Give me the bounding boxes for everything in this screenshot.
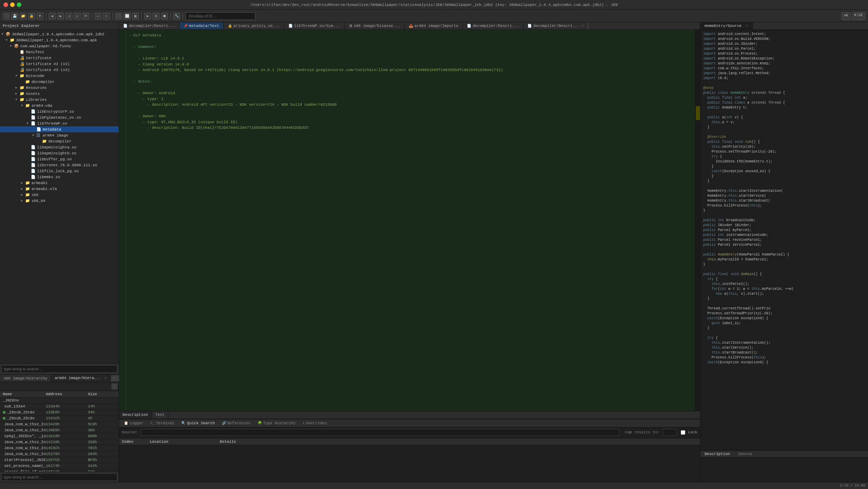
- toolbar-icon-16[interactable]: ▶: [144, 13, 151, 20]
- tree-item-libThreeWP[interactable]: ▼ 📄 libThreeWP.so: [0, 120, 119, 126]
- tree-item-libfile-lock[interactable]: 📄 libfile_lock_pg.so: [0, 168, 119, 174]
- cap-input[interactable]: 30: [663, 429, 677, 436]
- minimize-button[interactable]: [10, 2, 15, 7]
- bottom-tab-logger[interactable]: 📋 Logger: [120, 420, 147, 426]
- right-bottom-tab-description[interactable]: Description: [700, 451, 734, 457]
- table-row[interactable]: _JNIEnv: [0, 398, 119, 404]
- tree-item-cert2[interactable]: 🔏 Certificate #2 (v2): [0, 61, 119, 67]
- tree-item-libcronet[interactable]: 📄 libcronet.76.0.3809.111.so: [0, 162, 119, 168]
- bottom-tab-terminal[interactable]: >_ Terminal: [147, 420, 178, 426]
- tree-item-root[interactable]: ▼ 📦 360Wallpaper_1.0.4_apkcombo.com.apk.…: [0, 31, 119, 37]
- tree-item-cert[interactable]: 🔏 Certificate: [0, 55, 119, 61]
- toolbar-icon-5[interactable]: ●: [36, 13, 43, 20]
- tree-item-libmmkv[interactable]: 📄 libmmkv.so: [0, 174, 119, 180]
- tree-item-apk[interactable]: ▼ 📁 360Wallpaper_1.0.4_apkcombo.com.apk: [0, 37, 119, 43]
- bottom-tab-typehierarchy[interactable]: 🌳 Type Hierarchy: [254, 420, 299, 426]
- hierarchy-search-input[interactable]: [1, 473, 117, 481]
- tab-x86-hierarchy[interactable]: x86 image/Hierarchy: [0, 375, 51, 382]
- toolbar-btn-xk[interactable]: ✗K: [841, 12, 850, 20]
- tree-item-manifest[interactable]: 📋 Manifest: [0, 49, 119, 55]
- toolbar-icon-1[interactable]: ⬛: [3, 13, 10, 20]
- tree-item-resources[interactable]: ▶ 📁 Resources: [0, 85, 119, 91]
- scrollbar-thumb[interactable]: [696, 106, 700, 120]
- table-row[interactable]: _Z8sub_25c8v 133E8h 34h: [0, 410, 119, 415]
- editor-tab-privacy[interactable]: 🔒 privacy_policy_se...: [224, 22, 284, 29]
- tree-item-assets[interactable]: ▶ 📁 Assets: [0, 91, 119, 97]
- toolbar-icon-13[interactable]: ⬛: [115, 13, 122, 20]
- right-bottom-tab-source[interactable]: Source: [734, 451, 757, 457]
- toolbar-icon-11[interactable]: ✏: [94, 13, 102, 20]
- toolbar-icon-6[interactable]: ◀: [49, 13, 56, 20]
- tree-item-metadata[interactable]: 📄 metadata: [0, 126, 119, 132]
- source-input[interactable]: [141, 429, 619, 436]
- hierarchy-sort-btn[interactable]: ↕: [112, 384, 117, 389]
- editor-tab-decompiler2[interactable]: 📄 decompiler/Descri...: [463, 22, 523, 29]
- tree-item-package[interactable]: ▼ 📦 com.wallpaper.hd.funny: [0, 43, 119, 49]
- toolbar-icon-9[interactable]: ▷: [74, 13, 81, 20]
- editor-tab-libthreewp[interactable]: 📄 libThreeWP.so/Sym...: [284, 22, 345, 29]
- omnibox-input[interactable]: [186, 12, 255, 20]
- tree-item-cert3[interactable]: 🔏 Certificate #3 (v3): [0, 67, 119, 73]
- right-tab-close-icon[interactable]: ×: [746, 24, 748, 28]
- tree-item-decompiler2[interactable]: 📁 decompiler: [0, 138, 119, 144]
- maximize-button[interactable]: [17, 2, 21, 7]
- tree-item-x86[interactable]: ▶ 📁 x86: [0, 192, 119, 198]
- table-row[interactable]: Java_com_w_thsz_InsideUse_thD 14C6Ch 70C…: [0, 445, 119, 451]
- tree-item-decompiler1[interactable]: 📁 decompiler: [0, 79, 119, 85]
- editor-tab-decompiler1[interactable]: 📄 decompiler/Descri...: [119, 22, 180, 29]
- bottom-tab-quicksearch[interactable]: 🔍 Quick Search: [178, 420, 218, 426]
- toolbar-icon-12[interactable]: ✂: [103, 13, 110, 20]
- tree-item-libPgl[interactable]: 📄 libPglmetasec_ov.so: [0, 114, 119, 120]
- tree-item-armeabi-v7a[interactable]: ▶ 📁 armeabi-v7a: [0, 186, 119, 192]
- toolbar-icon-3[interactable]: 📁: [20, 13, 27, 20]
- table-row[interactable]: Java_com_w_thsz_InsideUse_thE 15378h 204…: [0, 451, 119, 457]
- bottom-tab-references[interactable]: 🔗 References: [218, 420, 254, 426]
- sidebar-search-input[interactable]: [1, 365, 117, 373]
- bottom-tab-overrides[interactable]: ⬆ Overrides: [299, 420, 330, 426]
- lock-checkbox[interactable]: [681, 430, 685, 435]
- toolbar-icon-18[interactable]: ⏹: [161, 13, 168, 20]
- tab-description[interactable]: Description: [119, 411, 152, 419]
- table-row[interactable]: startProcess(_JNIEnv*, char const*, char…: [0, 457, 119, 463]
- tree-item-x86-64[interactable]: ▶ 📁 x86_64: [0, 198, 119, 204]
- table-row[interactable]: Java_com_w_thsz_InsideUse_thC 14210h 288…: [0, 439, 119, 445]
- right-tab-homeentry[interactable]: HomeEntry/Source ×: [700, 22, 753, 29]
- toolbar-icon-7[interactable]: ▶: [57, 13, 64, 20]
- tree-item-libapm-a[interactable]: 📄 libapminsighta.so: [0, 144, 119, 150]
- tree-item-libbuffer[interactable]: 📄 libbuffer_pg.so: [0, 156, 119, 162]
- table-row[interactable]: sub_133A4 133A4h 14h: [0, 404, 119, 410]
- toolbar-icon-15[interactable]: ▦: [132, 13, 139, 20]
- tree-item-bytecode[interactable]: ▼ 📁 Bytecode: [0, 73, 119, 79]
- tree-item-armeabi[interactable]: ▶ 📁 armeabi: [0, 180, 119, 186]
- hierarchy-tab-close[interactable]: ×: [105, 376, 107, 380]
- toolbar-icon-4[interactable]: 🔒: [28, 13, 35, 20]
- tab-close-icon[interactable]: ×: [581, 24, 583, 28]
- table-row[interactable]: _Z8sub_25c9v 1341Ch 4h: [0, 415, 119, 421]
- table-row[interactable]: set_process_name(_JNIEnv*, _jstring*) 16…: [0, 463, 119, 469]
- toolbar-icon-19[interactable]: 🔧: [173, 13, 180, 20]
- table-row[interactable]: cpkg(_JNIEnv*, _jobject*) 13A10h 800h: [0, 433, 119, 439]
- tab-ctrl-layout[interactable]: □: [111, 376, 117, 381]
- toolbar-icon-2[interactable]: 💾: [11, 13, 18, 20]
- toolbar-icon-10[interactable]: ⟳: [82, 13, 89, 20]
- toolbar-icon-8[interactable]: ◁: [65, 13, 72, 20]
- editor-tab-arm64imports[interactable]: 📥 arm64 image/Imports: [405, 22, 463, 29]
- editor-tab-x86disasse[interactable]: 🖥 x86 image/Disasse...: [345, 22, 405, 29]
- scrollbar-track[interactable]: [695, 30, 700, 411]
- toolbar-btn-kui[interactable]: K:UI: [852, 12, 865, 20]
- table-row[interactable]: create_file_if_not_exist(char*) 165A8h D…: [0, 469, 119, 471]
- editor-tab-decompiler3[interactable]: 📄 decompiler/Descri... ×: [523, 22, 588, 29]
- close-button[interactable]: [4, 2, 8, 7]
- table-row[interactable]: Java_com_w_thsz_InsideUse_thA 139E0h 30h: [0, 427, 119, 433]
- toolbar-icon-17[interactable]: ⏸: [153, 13, 160, 20]
- tree-item-libraries[interactable]: ▼ 📁 Libraries: [0, 97, 119, 103]
- tree-item-arm64image[interactable]: ▼ 🖼 arm64 image: [0, 132, 119, 138]
- table-row[interactable]: Java_com_w_thsz_InsideUse_thB 13420h 5C0…: [0, 421, 119, 427]
- tree-item-libapm-b[interactable]: 📄 libapminsightb.so: [0, 150, 119, 156]
- tree-item-libEncryptorP[interactable]: 📄 libEncryptorP.so: [0, 109, 119, 114]
- editor-tab-metadata-text[interactable]: 📌 metadata/Text: [180, 22, 224, 29]
- tab-text[interactable]: Text: [152, 411, 168, 419]
- tree-item-arm64v8a[interactable]: ▼ 📁 arm64-v8a: [0, 103, 119, 109]
- toolbar-icon-14[interactable]: ⬜: [124, 13, 131, 20]
- tab-arm64-hierarchy[interactable]: arm64 image/Hiera... ×: [51, 375, 111, 382]
